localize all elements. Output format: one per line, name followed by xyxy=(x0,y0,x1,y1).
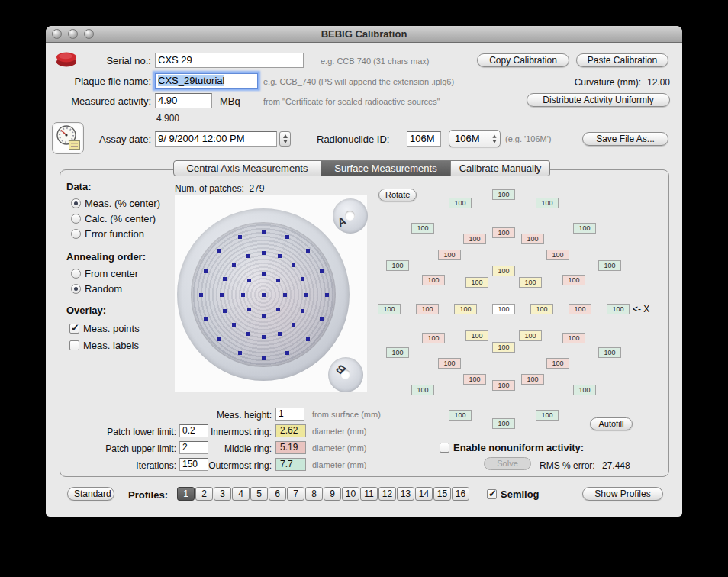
patch-activity-value-inner[interactable]: 100 xyxy=(519,330,542,341)
patch-activity-value-outer[interactable]: 100 xyxy=(411,385,434,395)
patch-activity-value-middle[interactable]: 100 xyxy=(416,304,439,314)
measurement-point-dot xyxy=(262,335,266,339)
radio-random[interactable]: Random xyxy=(71,283,122,295)
patch-activity-value-center[interactable]: 100 xyxy=(492,304,515,314)
patch-activity-value-middle[interactable]: 100 xyxy=(438,250,461,260)
patch-activity-value-outer[interactable]: 100 xyxy=(573,385,596,395)
standard-button[interactable]: Standard xyxy=(67,487,114,501)
radio-error-function[interactable]: Error function xyxy=(71,228,144,240)
autofill-button[interactable]: Autofill xyxy=(590,417,633,430)
radio-from-center[interactable]: From center xyxy=(71,268,138,279)
profile-button-10[interactable]: 10 xyxy=(342,487,359,501)
middle-ring-value[interactable]: 5.19 xyxy=(275,441,306,454)
copy-calibration-button[interactable]: Copy Calibration xyxy=(477,53,569,67)
patch-activity-value-outer[interactable]: 100 xyxy=(536,410,559,421)
patch-activity-value-middle[interactable]: 100 xyxy=(492,380,515,391)
profile-button-7[interactable]: 7 xyxy=(287,487,304,501)
title-bar[interactable]: BEBIG Calibration xyxy=(46,26,682,43)
profile-button-1[interactable]: 1 xyxy=(177,487,195,501)
profile-button-3[interactable]: 3 xyxy=(214,487,231,501)
tab-central-axis-measurements[interactable]: Central Axis Measurements xyxy=(173,160,321,176)
patch-activity-value-inner[interactable]: 100 xyxy=(492,342,515,353)
patch-activity-value-middle[interactable]: 100 xyxy=(521,374,544,385)
zoom-button[interactable] xyxy=(84,29,94,39)
profile-button-11[interactable]: 11 xyxy=(360,487,378,501)
patch-activity-value-inner[interactable]: 100 xyxy=(492,266,515,276)
distribute-activity-button[interactable]: Distribute Activity Uniformly xyxy=(527,93,670,107)
radionuclide-dropdown[interactable]: 106M xyxy=(449,130,501,147)
patch-activity-value-middle[interactable]: 100 xyxy=(422,333,445,343)
patch-activity-value-middle[interactable]: 100 xyxy=(546,250,569,260)
patch-activity-value-outer[interactable]: 100 xyxy=(386,260,409,271)
outermost-ring-value[interactable]: 7.7 xyxy=(275,458,306,471)
patch-upper-limit-input[interactable]: 2 xyxy=(179,441,208,454)
innermost-ring-value[interactable]: 2.62 xyxy=(275,424,306,437)
meas-height-input[interactable]: 1 xyxy=(275,408,304,421)
tab-surface-measurements[interactable]: Surface Measurements xyxy=(321,160,451,176)
assay-date-stepper[interactable] xyxy=(279,131,291,147)
patch-activity-value-outer[interactable]: 100 xyxy=(449,410,472,421)
radio-meas-percent-center[interactable]: Meas. (% center) xyxy=(71,198,160,209)
profile-button-6[interactable]: 6 xyxy=(269,487,286,501)
profile-button-12[interactable]: 12 xyxy=(378,487,396,501)
patch-activity-value-inner[interactable]: 100 xyxy=(454,304,477,314)
num-patches: Num. of patches: 279 xyxy=(175,183,264,194)
iterations-input[interactable]: 150 xyxy=(179,458,208,471)
patch-activity-value-middle[interactable]: 100 xyxy=(546,358,569,369)
patch-activity-value-middle[interactable]: 100 xyxy=(562,275,585,285)
checkbox-enable-nonuniform-activity[interactable]: Enable nonuniform activity: xyxy=(440,442,584,453)
serial-input[interactable]: CXS 29 xyxy=(155,53,304,68)
radionuclide-id-input[interactable]: 106M xyxy=(407,131,441,147)
patch-activity-value-outer[interactable]: 100 xyxy=(449,198,472,208)
patch-activity-value-inner[interactable]: 100 xyxy=(519,277,542,288)
show-profiles-button[interactable]: Show Profiles xyxy=(582,487,663,501)
checkbox-semilog[interactable]: Semilog xyxy=(487,488,540,500)
patch-activity-value-outer[interactable]: 100 xyxy=(411,223,434,234)
radio-calc-percent-center[interactable]: Calc. (% center) xyxy=(71,213,156,224)
patch-lower-limit-input[interactable]: 0.2 xyxy=(179,424,208,437)
patch-activity-value-inner[interactable]: 100 xyxy=(465,277,488,288)
profile-button-2[interactable]: 2 xyxy=(195,487,213,501)
patch-activity-value-middle[interactable]: 100 xyxy=(569,304,591,314)
assay-date-input[interactable]: 9/ 9/2004 12:00 PM xyxy=(155,131,277,147)
patch-activity-value-middle[interactable]: 100 xyxy=(463,234,486,244)
patch-activity-value-inner[interactable]: 100 xyxy=(530,304,553,314)
profile-button-14[interactable]: 14 xyxy=(415,487,433,501)
patch-activity-value-middle[interactable]: 100 xyxy=(463,374,486,385)
patch-activity-value-middle[interactable]: 100 xyxy=(492,227,515,238)
patch-activity-value-outer[interactable]: 100 xyxy=(386,347,409,358)
profile-button-16[interactable]: 16 xyxy=(452,487,469,501)
plaque-file-name-input[interactable]: CXS_29tutorial xyxy=(155,73,258,89)
profile-button-13[interactable]: 13 xyxy=(397,487,414,501)
paste-calibration-button[interactable]: Paste Calibration xyxy=(576,53,668,67)
activity-unit-label: MBq xyxy=(220,95,240,107)
profile-button-15[interactable]: 15 xyxy=(433,487,451,501)
measurement-point-dot xyxy=(301,309,304,313)
patch-activity-value-outer[interactable]: 100 xyxy=(536,198,559,208)
checkbox-meas-labels[interactable]: Meas. labels xyxy=(69,340,139,351)
solve-button[interactable]: Solve xyxy=(484,457,531,470)
patch-activity-value-middle[interactable]: 100 xyxy=(422,275,445,285)
patch-activity-value-middle[interactable]: 100 xyxy=(521,234,544,244)
patch-activity-value-middle[interactable]: 100 xyxy=(438,358,461,369)
profile-button-8[interactable]: 8 xyxy=(305,487,323,501)
minimize-button[interactable] xyxy=(68,29,78,39)
measurement-point-dot xyxy=(199,293,203,297)
checkbox-meas-points[interactable]: Meas. points xyxy=(69,323,140,334)
tab-calibrate-manually[interactable]: Calibrate Manually xyxy=(451,160,550,176)
patch-activity-value-outer[interactable]: 100 xyxy=(607,304,630,314)
save-file-as-button[interactable]: Save File As... xyxy=(582,132,668,146)
patch-activity-value-outer[interactable]: 100 xyxy=(492,189,515,200)
patch-activity-value-outer[interactable]: 100 xyxy=(598,260,621,271)
patch-activity-value-outer[interactable]: 100 xyxy=(492,418,515,429)
profile-button-9[interactable]: 9 xyxy=(324,487,341,501)
profile-button-4[interactable]: 4 xyxy=(232,487,250,501)
patch-activity-value-outer[interactable]: 100 xyxy=(598,347,621,358)
close-button[interactable] xyxy=(52,29,62,39)
patch-activity-value-outer[interactable]: 100 xyxy=(378,304,401,314)
measured-activity-input[interactable]: 4.90 xyxy=(155,93,212,108)
profile-button-5[interactable]: 5 xyxy=(250,487,268,501)
patch-activity-value-middle[interactable]: 100 xyxy=(562,333,585,343)
patch-activity-value-outer[interactable]: 100 xyxy=(573,223,596,234)
patch-activity-value-inner[interactable]: 100 xyxy=(465,330,488,341)
